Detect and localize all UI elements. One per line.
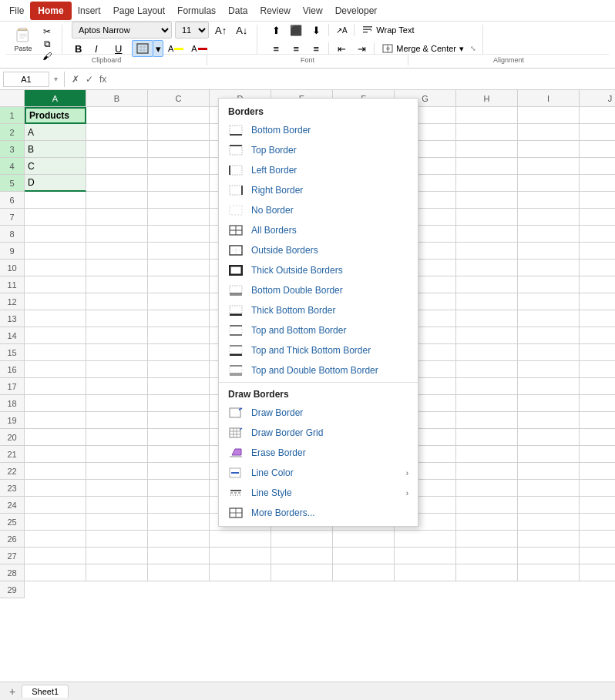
- cell-H3[interactable]: [456, 141, 518, 158]
- cell-C2[interactable]: [148, 124, 210, 141]
- thick-outside-borders-item[interactable]: Thick Outside Borders: [219, 260, 418, 280]
- alignment-expand-button[interactable]: ⤡: [470, 45, 476, 52]
- row-num-11[interactable]: 11: [0, 276, 25, 293]
- sheet-tab-sheet1[interactable]: Sheet1: [22, 685, 69, 698]
- row-num-23[interactable]: 23: [0, 480, 25, 497]
- cell-B3[interactable]: [86, 141, 148, 158]
- col-header-C[interactable]: C: [148, 90, 210, 106]
- cut-button[interactable]: ✂: [39, 26, 55, 37]
- row-num-28[interactable]: 28: [0, 564, 25, 581]
- row-num-10[interactable]: 10: [0, 260, 25, 276]
- menu-developer[interactable]: Developer: [329, 3, 384, 18]
- cell-A4[interactable]: C: [25, 158, 86, 175]
- align-bottom-button[interactable]: ⬇: [307, 22, 325, 39]
- all-borders-item[interactable]: All Borders: [219, 220, 418, 240]
- cell-I5[interactable]: [518, 175, 580, 192]
- cell-H5[interactable]: [456, 175, 518, 192]
- row-num-6[interactable]: 6: [0, 192, 25, 209]
- row-num-4[interactable]: 4: [0, 158, 25, 175]
- row-num-22[interactable]: 22: [0, 463, 25, 480]
- cell-B2[interactable]: [86, 124, 148, 141]
- formula-cancel-icon[interactable]: ✗: [69, 73, 82, 85]
- right-border-item[interactable]: Right Border: [219, 180, 418, 200]
- top-border-item[interactable]: Top Border: [219, 140, 418, 160]
- cell-I4[interactable]: [518, 158, 580, 175]
- row-num-16[interactable]: 16: [0, 361, 25, 378]
- row-num-25[interactable]: 25: [0, 514, 25, 531]
- thick-bottom-border-item[interactable]: Thick Bottom Border: [219, 300, 418, 320]
- cell-A1[interactable]: Products: [25, 107, 86, 124]
- cell-H4[interactable]: [456, 158, 518, 175]
- menu-view[interactable]: View: [297, 3, 329, 18]
- col-header-I[interactable]: I: [518, 90, 580, 106]
- row-num-20[interactable]: 20: [0, 429, 25, 446]
- cell-B5[interactable]: [86, 175, 148, 192]
- cell-J1[interactable]: [580, 107, 615, 124]
- cell-C3[interactable]: [148, 141, 210, 158]
- row-num-1[interactable]: 1: [0, 107, 25, 124]
- cell-H2[interactable]: [456, 124, 518, 141]
- row-num-15[interactable]: 15: [0, 344, 25, 361]
- line-style-item[interactable]: Line Style ›: [219, 483, 418, 503]
- more-borders-item[interactable]: More Borders...: [219, 503, 418, 523]
- cell-A5[interactable]: D: [25, 175, 86, 192]
- row-num-14[interactable]: 14: [0, 327, 25, 344]
- bottom-double-border-item[interactable]: Bottom Double Border: [219, 280, 418, 300]
- cell-B4[interactable]: [86, 158, 148, 175]
- font-family-dropdown[interactable]: Aptos Narrow: [72, 22, 172, 39]
- cell-I2[interactable]: [518, 124, 580, 141]
- erase-border-item[interactable]: Erase Border: [219, 443, 418, 463]
- cell-reference-input[interactable]: A1: [3, 72, 49, 87]
- top-bottom-border-item[interactable]: Top and Bottom Border: [219, 320, 418, 340]
- add-sheet-button[interactable]: +: [3, 684, 22, 699]
- formula-confirm-icon[interactable]: ✓: [83, 73, 96, 85]
- wrap-text-button[interactable]: Wrap Text: [358, 22, 418, 39]
- paste-button[interactable]: Paste: [11, 26, 35, 52]
- orientation-button[interactable]: ↗A: [332, 22, 351, 39]
- increase-font-button[interactable]: A↑: [212, 22, 230, 39]
- cell-I1[interactable]: [518, 107, 580, 124]
- row-num-24[interactable]: 24: [0, 497, 25, 514]
- col-header-B[interactable]: B: [86, 90, 148, 106]
- draw-border-grid-item[interactable]: Draw Border Grid: [219, 423, 418, 443]
- cell-J3[interactable]: [580, 141, 615, 158]
- row-num-19[interactable]: 19: [0, 412, 25, 429]
- row-num-13[interactable]: 13: [0, 310, 25, 327]
- align-top-button[interactable]: ⬆: [267, 22, 285, 39]
- menu-page-layout[interactable]: Page Layout: [107, 3, 171, 18]
- row-num-9[interactable]: 9: [0, 243, 25, 260]
- cell-A2[interactable]: A: [25, 124, 86, 141]
- cell-C1[interactable]: [148, 107, 210, 124]
- formula-fx-icon[interactable]: fx: [97, 73, 109, 85]
- cell-B1[interactable]: [86, 107, 148, 124]
- cell-A6[interactable]: [25, 192, 86, 209]
- menu-insert[interactable]: Insert: [72, 3, 107, 18]
- copy-button[interactable]: ⧉: [39, 39, 55, 49]
- row-num-26[interactable]: 26: [0, 531, 25, 548]
- menu-review[interactable]: Review: [254, 3, 296, 18]
- outside-borders-item[interactable]: Outside Borders: [219, 240, 418, 260]
- row-num-2[interactable]: 2: [0, 124, 25, 141]
- cell-C5[interactable]: [148, 175, 210, 192]
- cell-C4[interactable]: [148, 158, 210, 175]
- row-num-12[interactable]: 12: [0, 293, 25, 310]
- cell-A3[interactable]: B: [25, 141, 86, 158]
- formula-input[interactable]: [112, 72, 612, 87]
- draw-border-item[interactable]: Draw Border: [219, 403, 418, 423]
- cell-J2[interactable]: [580, 124, 615, 141]
- row-num-5[interactable]: 5: [0, 175, 25, 192]
- menu-formulas[interactable]: Formulas: [171, 3, 222, 18]
- formula-bar-expand-icon[interactable]: ▾: [54, 75, 58, 83]
- menu-home[interactable]: Home: [30, 2, 71, 20]
- top-double-bottom-border-item[interactable]: Top and Double Bottom Border: [219, 360, 418, 380]
- line-color-item[interactable]: Line Color ›: [219, 463, 418, 483]
- top-thick-bottom-border-item[interactable]: Top and Thick Bottom Border: [219, 340, 418, 360]
- row-num-3[interactable]: 3: [0, 141, 25, 158]
- cell-J5[interactable]: [580, 175, 615, 192]
- col-header-J[interactable]: J: [580, 90, 615, 106]
- cell-H1[interactable]: [456, 107, 518, 124]
- row-num-27[interactable]: 27: [0, 548, 25, 564]
- row-num-29[interactable]: 29: [0, 581, 25, 598]
- cell-J4[interactable]: [580, 158, 615, 175]
- row-num-7[interactable]: 7: [0, 209, 25, 226]
